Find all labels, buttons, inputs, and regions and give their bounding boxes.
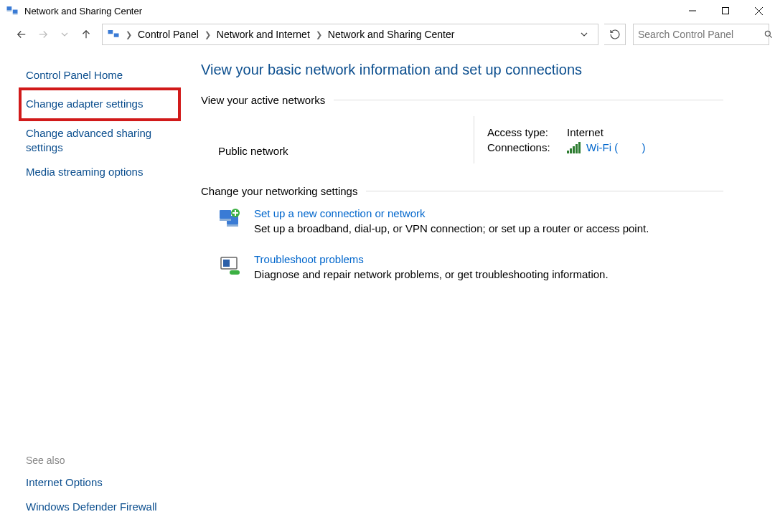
see-also-firewall[interactable]: Windows Defender Firewall [26, 495, 174, 519]
breadcrumb-item[interactable]: Control Panel [136, 29, 200, 40]
access-type-value: Internet [567, 126, 603, 138]
connection-link[interactable]: Wi-Fi ( ) [586, 141, 646, 153]
page-heading: View your basic network information and … [201, 62, 723, 78]
active-networks-label: View your active networks [201, 94, 325, 106]
see-also-label: See also [26, 455, 174, 466]
network-right: Access type: Internet Connections: Wi-Fi… [474, 116, 646, 163]
sidebar-adapter-settings[interactable]: Change adapter settings [26, 92, 174, 116]
svg-point-10 [765, 31, 770, 36]
see-also-internet-options[interactable]: Internet Options [26, 470, 174, 495]
svg-rect-15 [227, 224, 238, 227]
change-settings-header: Change your networking settings [201, 185, 723, 197]
new-connection-icon [218, 207, 243, 232]
nav-bar: ❯ Control Panel ❯ Network and Internet ❯… [0, 22, 775, 47]
highlight-box: Change adapter settings [19, 87, 181, 120]
window-title: Network and Sharing Center [24, 6, 142, 16]
svg-line-11 [769, 35, 771, 37]
search-box[interactable] [633, 24, 769, 45]
svg-rect-2 [7, 10, 12, 11]
access-type-label: Access type: [487, 126, 563, 138]
main-panel: View your basic network information and … [187, 47, 775, 532]
connection-suffix: ) [642, 141, 646, 153]
search-icon[interactable] [764, 29, 774, 39]
search-input[interactable] [638, 29, 764, 40]
chevron-right-icon: ❯ [200, 30, 215, 39]
sidebar-home[interactable]: Control Panel Home [26, 63, 174, 87]
change-settings-label: Change your networking settings [201, 185, 357, 197]
back-button[interactable] [11, 24, 32, 44]
see-also: See also Internet Options Windows Defend… [26, 455, 174, 520]
item-new-connection[interactable]: Set up a new connection or network Set u… [201, 207, 723, 234]
connections-label: Connections: [487, 141, 563, 153]
connection-name: Wi-Fi ( [586, 141, 618, 153]
active-networks-header: View your active networks [201, 94, 723, 106]
maximize-button[interactable] [709, 0, 742, 22]
svg-rect-3 [13, 14, 18, 15]
svg-rect-9 [114, 34, 119, 37]
troubleshoot-title: Troubleshoot problems [254, 253, 609, 265]
forward-button[interactable] [33, 24, 53, 44]
item-troubleshoot[interactable]: Troubleshoot problems Diagnose and repai… [201, 253, 723, 280]
breadcrumb-item[interactable]: Network and Sharing Center [327, 29, 456, 40]
recent-dropdown[interactable] [55, 24, 75, 44]
title-bar: Network and Sharing Center [0, 0, 775, 22]
close-button[interactable] [742, 0, 775, 22]
svg-rect-14 [220, 219, 231, 221]
content: Control Panel Home Change adapter settin… [0, 47, 775, 532]
wifi-signal-icon [567, 142, 581, 153]
svg-rect-0 [7, 6, 12, 10]
troubleshoot-icon [218, 253, 243, 277]
sidebar-advanced-sharing[interactable]: Change advanced sharing settings [26, 121, 174, 161]
breadcrumb[interactable]: ❯ Control Panel ❯ Network and Internet ❯… [102, 24, 598, 45]
chevron-down-icon[interactable] [573, 31, 595, 38]
network-left: Public network [201, 116, 474, 163]
refresh-button[interactable] [604, 24, 626, 45]
window-controls [676, 0, 775, 22]
new-connection-title: Set up a new connection or network [254, 207, 649, 219]
svg-rect-8 [108, 30, 113, 34]
breadcrumb-icon [105, 28, 121, 41]
svg-rect-1 [13, 10, 18, 14]
breadcrumb-item[interactable]: Network and Internet [215, 29, 311, 40]
troubleshoot-desc: Diagnose and repair network problems, or… [254, 268, 609, 280]
chevron-right-icon: ❯ [311, 30, 327, 39]
svg-rect-5 [723, 8, 729, 14]
sidebar-media-streaming[interactable]: Media streaming options [26, 160, 174, 184]
minimize-button[interactable] [676, 0, 709, 22]
chevron-right-icon: ❯ [121, 30, 136, 39]
network-type: Public network [218, 145, 474, 157]
svg-rect-19 [230, 270, 240, 275]
new-connection-desc: Set up a broadband, dial-up, or VPN conn… [254, 222, 649, 234]
svg-rect-18 [223, 260, 230, 267]
active-network-block: Public network Access type: Internet Con… [201, 116, 723, 163]
sidebar: Control Panel Home Change adapter settin… [0, 47, 187, 532]
up-button[interactable] [76, 24, 96, 44]
app-icon [6, 4, 19, 17]
